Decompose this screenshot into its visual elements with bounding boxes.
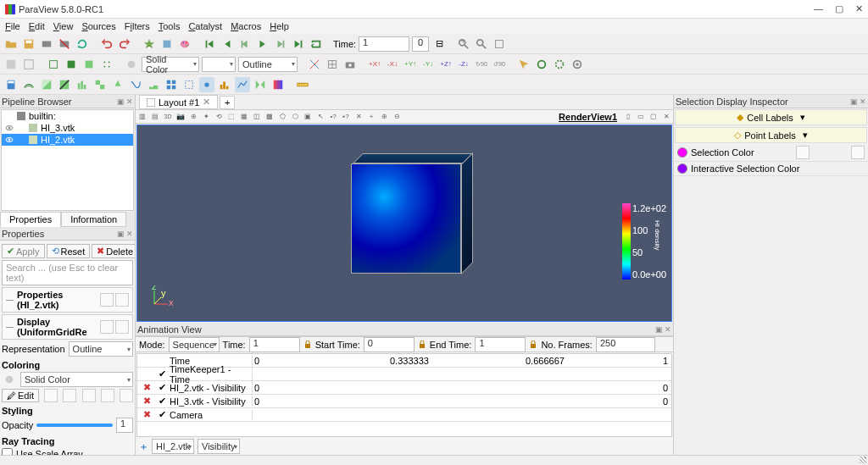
reflect-icon[interactable] <box>253 77 268 92</box>
selection-color-swatch[interactable] <box>677 147 687 158</box>
probe-icon[interactable] <box>199 77 214 92</box>
apply-button[interactable]: ✔Apply <box>2 244 45 258</box>
tree-item-hi3[interactable]: HI_3.vtk <box>2 122 133 134</box>
delete-button[interactable]: ✖Delete <box>92 244 135 258</box>
add-source-select[interactable]: HI_2.vtk <box>152 439 194 454</box>
split-vertical-icon[interactable]: ▭ <box>636 112 646 122</box>
warp-icon[interactable] <box>146 77 161 92</box>
prev-frame-icon[interactable] <box>220 36 235 52</box>
menu-edit[interactable]: Edit <box>29 21 45 31</box>
interactive-selection-color-swatch[interactable] <box>677 163 687 174</box>
mode-select[interactable]: Sequence <box>169 337 220 352</box>
close-panel-icon[interactable]: ✕ <box>126 230 133 238</box>
component-combo[interactable] <box>202 57 236 72</box>
representation-select[interactable]: Outline <box>69 341 133 357</box>
properties-section[interactable]: —Properties (HI_2.vtk) <box>2 287 133 313</box>
calculator-icon[interactable] <box>3 77 19 92</box>
add-layout-button[interactable]: + <box>220 96 235 109</box>
shrink-sel-icon[interactable]: ⊖ <box>392 112 402 122</box>
anim-time-input[interactable]: 1 <box>249 337 300 352</box>
reset-center-icon[interactable]: ⟲ <box>214 112 224 122</box>
lock-icon[interactable] <box>303 340 312 349</box>
start-time-input[interactable]: 0 <box>364 337 415 352</box>
tree-root[interactable]: builtin: <box>2 110 133 122</box>
pick-center-icon[interactable]: ⊕ <box>188 112 198 122</box>
tree-item-hi2[interactable]: HI_2.vtk <box>2 134 133 146</box>
close-button[interactable]: ✕ <box>855 3 863 14</box>
add-track-button[interactable]: ＋ <box>139 440 148 453</box>
lock-icon[interactable] <box>529 340 537 349</box>
minus-y-icon[interactable]: -Y↓ <box>420 57 436 72</box>
menu-file[interactable]: File <box>5 21 20 31</box>
undock-icon[interactable]: ▣ <box>117 97 125 106</box>
edit-colormap-button[interactable]: 🖉Edit <box>2 389 39 402</box>
extract-sel-icon[interactable] <box>181 77 197 92</box>
plus-x-icon[interactable]: +X↑ <box>367 57 382 72</box>
plus-z-icon[interactable]: +Z↑ <box>438 57 453 72</box>
close-view-icon[interactable]: ✕ <box>661 112 671 122</box>
cube-solid-icon[interactable] <box>64 57 79 72</box>
tab-properties[interactable]: Properties <box>0 212 61 227</box>
minimize-button[interactable]: — <box>814 3 823 14</box>
sel-frustum-cells-icon[interactable]: ▩ <box>264 112 275 122</box>
plot-icon[interactable] <box>235 77 250 92</box>
coloring-combo[interactable]: Solid Color <box>142 57 199 72</box>
gear-icon[interactable] <box>796 146 810 159</box>
ruler-icon[interactable] <box>295 77 310 92</box>
axis-xyz-icon[interactable] <box>307 57 322 72</box>
interactive-sel-icon[interactable]: ↖ <box>315 112 326 122</box>
minus-z-icon[interactable]: -Z↓ <box>456 57 471 72</box>
color-legend[interactable]: 1.2e+02 100 50 0.0e+00 HI density <box>622 203 654 280</box>
undock-icon[interactable]: ▣ <box>850 97 858 106</box>
tab-information[interactable]: Information <box>61 212 126 227</box>
next-frame-icon[interactable] <box>273 36 288 52</box>
select-cells-icon[interactable] <box>534 57 549 72</box>
brush-icon[interactable] <box>159 36 175 52</box>
sel-poly-cells-icon[interactable]: ⬡ <box>290 112 300 122</box>
plus-y-icon[interactable]: +Y↑ <box>403 57 418 72</box>
play-icon[interactable] <box>255 36 270 52</box>
select-block-icon[interactable] <box>552 57 567 72</box>
rescale-icon[interactable] <box>44 389 58 402</box>
search-input[interactable]: Search ... (use Esc to clear text) <box>2 260 133 285</box>
coloring-select[interactable]: Solid Color <box>20 372 133 387</box>
track-hi2-visibility[interactable]: ✖✔ HI_2.vtk - Visibility00 <box>137 381 671 395</box>
num-frames-input[interactable]: 250 <box>596 337 655 352</box>
clip-icon[interactable] <box>39 77 54 92</box>
rescale-custom-icon[interactable] <box>63 389 76 402</box>
contour-icon[interactable] <box>21 77 36 92</box>
opacity-slider[interactable] <box>36 423 113 427</box>
representation-combo[interactable]: Outline <box>238 57 298 72</box>
hover-points-icon[interactable]: •? <box>328 112 338 122</box>
zoom-in-icon[interactable]: + <box>456 36 471 52</box>
undo-icon[interactable] <box>99 36 114 52</box>
sel-poly-points-icon[interactable]: ⬠ <box>277 112 287 122</box>
scalar-bar-icon[interactable] <box>101 389 114 402</box>
zoom-reset-icon[interactable] <box>492 36 507 52</box>
redo-icon[interactable] <box>117 36 132 52</box>
reset-section-icon[interactable] <box>115 293 129 307</box>
maximize-view-icon[interactable]: ▢ <box>648 112 659 122</box>
select-frustum-icon[interactable] <box>570 57 585 72</box>
save-icon[interactable] <box>21 36 36 52</box>
track-hi3-visibility[interactable]: ✖✔ HI_3.vtk - Visibility00 <box>137 395 671 408</box>
axis-grid-icon[interactable] <box>325 57 340 72</box>
extract-icon[interactable] <box>92 77 108 92</box>
threshold-icon[interactable] <box>75 77 90 92</box>
slice-icon[interactable] <box>57 77 72 92</box>
undock-icon[interactable]: ▣ <box>117 230 125 238</box>
end-time-input[interactable]: 1 <box>475 337 526 352</box>
time-index-input[interactable]: 0 <box>412 36 429 52</box>
pick-icon[interactable] <box>142 36 157 52</box>
open-icon[interactable] <box>3 36 19 52</box>
gradient-icon[interactable] <box>270 77 286 92</box>
hover-cells-icon[interactable]: ▪? <box>341 112 351 122</box>
split-v-icon[interactable]: ▤ <box>150 112 160 122</box>
copy-icon[interactable] <box>100 293 114 307</box>
close-panel-icon[interactable]: ✕ <box>860 97 866 106</box>
zoom-out-icon[interactable] <box>474 36 489 52</box>
point-labels-expand[interactable]: ◇Point Labels▾ <box>675 127 867 143</box>
separate-colormap-icon[interactable] <box>120 389 133 402</box>
reset-button[interactable]: ⟲Reset <box>47 244 91 258</box>
lock-icon[interactable] <box>418 340 426 349</box>
